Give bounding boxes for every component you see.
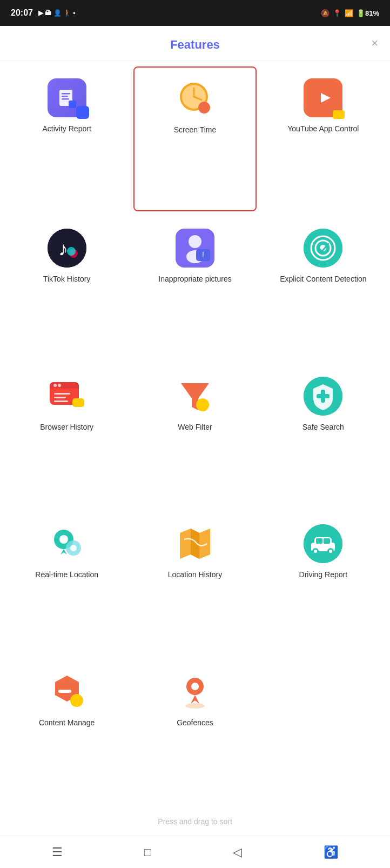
svg-point-15	[67, 247, 76, 256]
feature-explicit-content-detection[interactable]: Explicit Content Detection	[262, 217, 385, 359]
close-button[interactable]: ×	[371, 36, 378, 50]
svg-point-53	[329, 550, 332, 553]
web-filter-icon	[176, 377, 214, 416]
svg-rect-33	[72, 398, 84, 407]
status-right-icons: 🔕 📍 📶 🔋81%	[321, 9, 379, 17]
svg-rect-1	[62, 93, 70, 95]
youtube-app-control-label: YouTube App Control	[287, 124, 359, 133]
svg-point-35	[196, 398, 209, 411]
feature-tiktok-history[interactable]: ♪ TikTok History	[5, 217, 128, 359]
content-manage-label: Content Manage	[39, 718, 95, 727]
browser-history-icon	[48, 377, 86, 416]
tiktok-history-icon: ♪	[48, 229, 86, 268]
web-filter-label: Web Filter	[178, 422, 212, 432]
svg-point-59	[185, 703, 205, 709]
realtime-location-label: Real-time Location	[35, 570, 98, 579]
feature-inappropriate-pictures[interactable]: ! Inappropriate pictures	[133, 217, 256, 359]
header: Features ×	[0, 26, 390, 61]
drag-hint: Press and drag to sort	[0, 809, 390, 836]
page-title: Features	[170, 38, 220, 52]
svg-text:!: !	[202, 250, 204, 259]
geofences-icon	[176, 672, 214, 711]
driving-report-icon	[304, 524, 342, 563]
svg-rect-2	[62, 96, 68, 97]
svg-rect-4	[69, 101, 76, 108]
menu-icon[interactable]: ☰	[52, 845, 63, 859]
back-icon[interactable]: ◁	[233, 845, 242, 859]
youtube-app-control-icon	[304, 78, 342, 117]
svg-rect-27	[50, 386, 79, 389]
svg-point-29	[58, 384, 61, 387]
feature-screen-time[interactable]: Screen Time	[133, 66, 256, 211]
svg-point-52	[314, 550, 317, 553]
svg-point-9	[198, 102, 210, 113]
tiktok-history-label: TikTok History	[43, 274, 90, 284]
status-bar: 20:07 ▶ 🏔 👤 🚶 • 🔕 📍 📶 🔋81%	[0, 0, 390, 26]
feature-content-manage[interactable]: Content Manage	[5, 660, 128, 803]
svg-point-58	[191, 683, 199, 690]
svg-rect-31	[54, 397, 66, 398]
status-left-icons: ▶ 🏔 👤 🚶 •	[38, 9, 76, 17]
feature-activity-report[interactable]: Activity Report	[5, 66, 128, 211]
nav-bar: ☰ □ ◁ ♿	[0, 836, 390, 868]
status-time: 20:07	[11, 8, 33, 18]
battery-icon: 🔋81%	[357, 9, 379, 17]
feature-geofences[interactable]: Geofences	[133, 660, 256, 803]
svg-rect-48	[316, 538, 322, 544]
feature-driving-report[interactable]: Driving Report	[262, 512, 385, 655]
svg-text:♪: ♪	[58, 238, 68, 260]
features-grid: Activity Report Screen Time	[0, 61, 390, 809]
explicit-content-detection-label: Explicit Content Detection	[280, 274, 366, 284]
svg-rect-55	[58, 690, 71, 693]
accessibility-icon[interactable]: ♿	[324, 845, 338, 859]
screen-time-label: Screen Time	[174, 125, 217, 135]
screen-time-icon	[176, 79, 214, 118]
feature-browser-history[interactable]: Browser History	[5, 365, 128, 508]
feature-youtube-app-control[interactable]: YouTube App Control	[262, 66, 385, 211]
driving-report-label: Driving Report	[299, 570, 347, 579]
feature-web-filter[interactable]: Web Filter	[133, 365, 256, 508]
svg-point-40	[59, 535, 68, 544]
wifi-icon: 📶	[345, 9, 353, 17]
svg-point-17	[189, 235, 201, 248]
realtime-location-icon	[48, 524, 86, 563]
home-icon[interactable]: □	[144, 845, 151, 859]
explicit-content-detection-icon	[304, 229, 342, 268]
geofences-label: Geofences	[177, 718, 213, 727]
inappropriate-pictures-label: Inappropriate pictures	[158, 274, 231, 284]
content-manage-icon	[48, 672, 86, 711]
feature-realtime-location[interactable]: Real-time Location	[5, 512, 128, 655]
location-history-label: Location History	[168, 570, 222, 579]
svg-point-56	[70, 694, 83, 707]
svg-rect-3	[62, 98, 69, 100]
svg-rect-32	[54, 400, 68, 402]
svg-point-42	[70, 545, 77, 551]
feature-safe-search[interactable]: Safe Search	[262, 365, 385, 508]
mute-icon: 🔕	[321, 9, 330, 17]
feature-location-history[interactable]: Location History	[133, 512, 256, 655]
svg-rect-38	[317, 394, 330, 398]
inappropriate-pictures-icon: !	[176, 229, 214, 268]
activity-report-label: Activity Report	[43, 124, 91, 133]
location-icon: 📍	[333, 9, 341, 17]
activity-report-icon	[48, 78, 86, 117]
location-history-icon	[176, 524, 214, 563]
browser-history-label: Browser History	[40, 422, 93, 432]
svg-point-28	[53, 384, 57, 387]
safe-search-icon	[304, 377, 342, 416]
safe-search-label: Safe Search	[302, 422, 344, 432]
svg-rect-30	[54, 393, 70, 395]
svg-rect-49	[324, 538, 330, 544]
